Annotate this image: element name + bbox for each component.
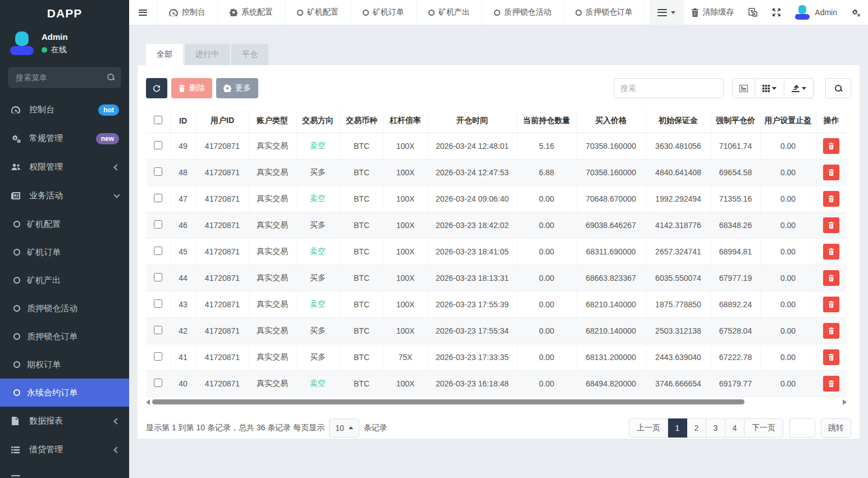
sidebar-subitem-矿机产出[interactable]: 矿机产出: [0, 266, 129, 294]
row-delete-button[interactable]: [823, 165, 839, 180]
cell-id: 48: [170, 159, 196, 185]
row-checkbox[interactable]: [154, 141, 162, 149]
nav-menu-dropdown[interactable]: [649, 0, 684, 25]
settings-button[interactable]: [844, 0, 868, 25]
sidebar-subitem-矿机订单[interactable]: 矿机订单: [0, 238, 129, 266]
scroll-left-icon[interactable]: [146, 399, 150, 405]
row-delete-button[interactable]: [823, 297, 839, 312]
sidebar-subitem-永续合约订单[interactable]: 永续合约订单: [0, 379, 129, 407]
sidebar-toggle-button[interactable]: [129, 0, 157, 25]
cell-actions: [816, 185, 847, 212]
cell-coin: BTC: [340, 291, 383, 317]
export-button[interactable]: [784, 78, 814, 98]
cell-coin: BTC: [340, 212, 383, 238]
cell-direction: 卖空: [296, 291, 340, 317]
sidebar-search-input[interactable]: [8, 67, 121, 88]
delete-button[interactable]: 删除: [171, 78, 212, 98]
columns-button[interactable]: [755, 78, 784, 98]
row-delete-button[interactable]: [823, 270, 839, 286]
scroll-right-icon[interactable]: [843, 399, 847, 405]
page-button-3[interactable]: 3: [706, 418, 725, 438]
row-delete-button[interactable]: [823, 349, 839, 365]
navbar-user[interactable]: Admin: [788, 0, 844, 25]
scrollbar-thumb[interactable]: [152, 399, 744, 404]
sidebar-item-常规管理[interactable]: 常规管理new: [0, 124, 129, 153]
row-delete-button[interactable]: [823, 191, 839, 207]
pagination: 上一页1234下一页: [629, 418, 783, 438]
cell-open_time: 2026-03-23 17:55:39: [427, 291, 517, 317]
sidebar-subitem-质押锁仓活动[interactable]: 质押锁仓活动: [0, 294, 129, 322]
page-button-1[interactable]: 1: [668, 418, 687, 438]
sidebar-item-数据报表[interactable]: 数据报表: [0, 407, 129, 435]
cell-position: 0.00: [517, 265, 576, 291]
nav-link-矿机订单[interactable]: 矿机订单: [350, 0, 416, 25]
cell-actions: [816, 344, 847, 370]
cell-id: 49: [170, 133, 196, 159]
row-checkbox[interactable]: [154, 326, 162, 334]
page-jump-button[interactable]: 跳转: [821, 418, 851, 438]
page-size-select[interactable]: 10: [329, 418, 359, 438]
trash-icon: [828, 275, 834, 281]
sidebar-item-借贷管理[interactable]: 借贷管理: [0, 435, 129, 464]
fullscreen-button[interactable]: [765, 0, 788, 25]
clear-cache-button[interactable]: 清除缓存: [684, 0, 741, 25]
nav-link-质押锁仓活动[interactable]: 质押锁仓活动: [482, 0, 563, 25]
row-checkbox[interactable]: [154, 167, 162, 176]
page-jump-input[interactable]: [789, 418, 815, 438]
refresh-button[interactable]: [146, 78, 167, 98]
table-search-input[interactable]: [614, 78, 724, 98]
cell-direction: 买多: [296, 344, 340, 370]
row-delete-button[interactable]: [823, 376, 839, 391]
sidebar-subitem-质押锁仓订单[interactable]: 质押锁仓订单: [0, 322, 129, 350]
cell-margin: 3746.666654: [646, 370, 711, 397]
detail-view-button[interactable]: [732, 78, 755, 98]
list-icon: [11, 447, 20, 453]
prev-page-button[interactable]: 上一页: [629, 418, 668, 438]
sidebar-item-业务活动[interactable]: 业务活动: [0, 181, 129, 210]
chevron-left-icon: [113, 418, 120, 424]
cell-margin: 6035.550074: [646, 265, 711, 291]
row-checkbox[interactable]: [154, 247, 162, 255]
sidebar-subitem-矿机配置[interactable]: 矿机配置: [0, 210, 129, 238]
sidebar-item-权限管理[interactable]: 权限管理: [0, 153, 129, 181]
row-delete-button[interactable]: [823, 244, 839, 260]
nav-link-控制台[interactable]: 控制台: [157, 0, 217, 25]
language-button[interactable]: [741, 0, 765, 25]
tab-进行中[interactable]: 进行中: [185, 44, 230, 65]
row-delete-button[interactable]: [823, 323, 839, 339]
cell-liq_price: 67222.78: [711, 344, 760, 370]
nav-link-矿机产出[interactable]: 矿机产出: [416, 0, 482, 25]
row-checkbox[interactable]: [154, 352, 162, 361]
cell-actions: [816, 291, 847, 317]
row-checkbox[interactable]: [154, 299, 162, 308]
dashboard-icon: [169, 9, 178, 16]
select-all-checkbox[interactable]: [154, 116, 162, 124]
page-button-2[interactable]: 2: [687, 418, 706, 438]
next-page-button[interactable]: 下一页: [744, 418, 783, 438]
cell-coin: BTC: [340, 317, 383, 344]
row-checkbox[interactable]: [154, 379, 162, 387]
row-delete-button[interactable]: [823, 217, 839, 233]
page-button-4[interactable]: 4: [725, 418, 744, 438]
table-row: 4741720871真实交易卖空BTC100X2026-03-24 09:06:…: [146, 185, 847, 212]
row-delete-button[interactable]: [823, 138, 839, 154]
more-button[interactable]: 更多: [216, 78, 258, 98]
sidebar-item-控制台[interactable]: 控制台hot: [0, 95, 129, 124]
tab-全部[interactable]: 全部: [146, 44, 183, 65]
sidebar-subitem-期权订单[interactable]: 期权订单: [0, 350, 129, 379]
search-submit-button[interactable]: [825, 78, 851, 98]
table-row: 4541720871真实交易卖空BTC100X2026-03-23 18:41:…: [146, 238, 847, 265]
nav-link-矿机配置[interactable]: 矿机配置: [285, 0, 350, 25]
tab-平仓[interactable]: 平仓: [231, 44, 268, 65]
cell-user_id: 41720871: [196, 212, 249, 238]
row-checkbox[interactable]: [154, 273, 162, 281]
sidebar-subitem-label: 期权订单: [27, 359, 61, 370]
sidebar-item-partial[interactable]: [0, 464, 129, 478]
sidebar-item-label: 数据报表: [29, 416, 115, 426]
nav-link-系统配置[interactable]: 系统配置: [217, 0, 285, 25]
search-icon[interactable]: [107, 73, 115, 81]
row-checkbox[interactable]: [154, 194, 162, 202]
nav-link-质押锁仓订单[interactable]: 质押锁仓订单: [563, 0, 645, 25]
horizontal-scrollbar[interactable]: [146, 398, 847, 406]
row-checkbox[interactable]: [154, 220, 162, 229]
